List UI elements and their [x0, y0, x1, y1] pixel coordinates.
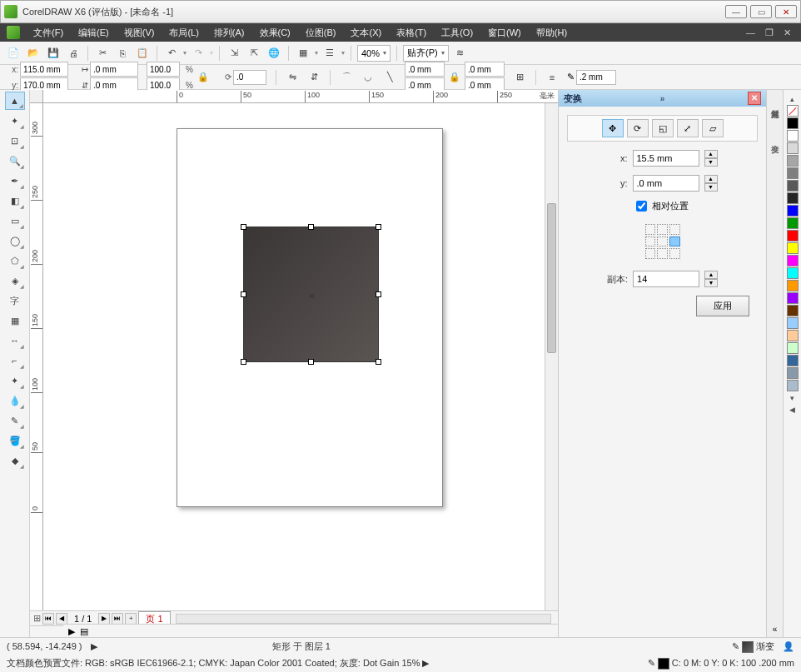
- color-swatch[interactable]: [787, 117, 799, 129]
- color-swatch[interactable]: [787, 242, 799, 254]
- resize-handle-bm[interactable]: [308, 359, 314, 365]
- mdi-restore-button[interactable]: ❐: [762, 27, 777, 38]
- basic-shapes-tool[interactable]: ◈◢: [5, 271, 25, 290]
- add-page-button[interactable]: +: [125, 613, 137, 625]
- side-tab-properties[interactable]: 对象属性: [768, 98, 783, 108]
- docker-close-button[interactable]: ✕: [748, 92, 761, 105]
- menu-edit[interactable]: 编辑(E): [72, 25, 116, 41]
- corner-lock-button[interactable]: 🔒: [446, 69, 463, 86]
- prev-page-button[interactable]: ◀: [56, 613, 67, 625]
- rectangle-tool[interactable]: ▭◢: [5, 212, 25, 230]
- polygon-tool[interactable]: ⬠◢: [5, 251, 25, 270]
- transform-y-input[interactable]: [633, 175, 699, 192]
- save-button[interactable]: 💾: [45, 45, 62, 62]
- color-swatch[interactable]: [787, 380, 799, 391]
- outline-tool[interactable]: ✎◢: [5, 411, 25, 430]
- corner-scallop-icon[interactable]: ◡: [360, 69, 376, 86]
- resize-handle-ml[interactable]: [241, 291, 246, 297]
- mdi-minimize-button[interactable]: —: [743, 27, 759, 38]
- next-page-button[interactable]: ▶: [98, 613, 110, 625]
- connector-tool[interactable]: ⌐◢: [5, 351, 25, 370]
- text-tool[interactable]: 字: [5, 291, 25, 310]
- color-swatch[interactable]: [787, 130, 799, 142]
- selected-rectangle[interactable]: ✕: [243, 226, 379, 362]
- table-tool[interactable]: ▦: [5, 311, 25, 330]
- dimension-tool[interactable]: ↔◢: [5, 331, 25, 350]
- color-swatch[interactable]: [787, 167, 799, 179]
- zoom-combo[interactable]: 40%▾: [357, 45, 391, 62]
- corner-tl-input[interactable]: [405, 62, 445, 77]
- rotation-input[interactable]: [233, 70, 266, 85]
- menu-tools[interactable]: 工具(O): [435, 25, 480, 41]
- print-button[interactable]: 🖨: [65, 45, 82, 62]
- fill-tool[interactable]: 🪣◢: [5, 431, 25, 450]
- apply-button[interactable]: 应用: [696, 296, 749, 316]
- color-swatch[interactable]: [787, 255, 799, 266]
- color-swatch[interactable]: [787, 317, 799, 329]
- vertical-ruler[interactable]: 300 250 200 150 100 50 0: [30, 103, 43, 610]
- first-page-button[interactable]: ⏮: [42, 613, 54, 625]
- menu-help[interactable]: 帮助(H): [530, 25, 574, 41]
- resize-handle-br[interactable]: [376, 359, 381, 365]
- paste-button[interactable]: 📋: [134, 45, 151, 62]
- relative-checkbox[interactable]: [636, 201, 647, 212]
- width-input[interactable]: [90, 62, 138, 77]
- lock-ratio-button[interactable]: 🔒: [195, 69, 211, 86]
- horizontal-ruler[interactable]: 0 50 100 150 200 250 毫米: [43, 90, 558, 103]
- minimize-button[interactable]: —: [725, 5, 747, 18]
- transform-scale-tab[interactable]: ◱: [652, 119, 674, 137]
- mirror-v-button[interactable]: ⇵: [306, 69, 322, 86]
- scale-x-input[interactable]: [147, 62, 180, 77]
- crop-tool[interactable]: ⊡◢: [5, 132, 25, 150]
- nav-arrow-icon[interactable]: ▶: [68, 626, 75, 637]
- user-icon[interactable]: 👤: [783, 641, 794, 652]
- palette-menu-icon[interactable]: ▤: [80, 626, 88, 637]
- mdi-close-button[interactable]: ✕: [780, 27, 794, 38]
- corner-chamfer-icon[interactable]: ╲: [381, 69, 398, 86]
- new-button[interactable]: 📄: [5, 45, 22, 62]
- smart-fill-tool[interactable]: ◧◢: [5, 192, 25, 210]
- side-tab-transform[interactable]: 变换: [768, 133, 783, 143]
- corner-round-icon[interactable]: ⌒: [338, 69, 355, 86]
- snap-combo[interactable]: 贴齐(P)▾: [403, 45, 449, 62]
- menu-file[interactable]: 文件(F): [27, 25, 70, 41]
- relative-corner-button[interactable]: ⊞: [511, 69, 528, 86]
- transform-rotate-tab[interactable]: ⟳: [627, 119, 649, 137]
- transform-size-tab[interactable]: ⤢: [677, 119, 699, 137]
- color-swatch[interactable]: [787, 305, 799, 316]
- import-button[interactable]: ⇲: [226, 45, 242, 62]
- interactive-tool[interactable]: ✦◢: [5, 371, 25, 390]
- transform-position-tab[interactable]: ✥: [602, 119, 624, 137]
- canvas-viewport[interactable]: ✕: [43, 103, 558, 610]
- color-swatch[interactable]: [787, 142, 799, 154]
- menu-view[interactable]: 视图(V): [117, 25, 162, 41]
- palette-flyout-button[interactable]: ◀: [789, 406, 795, 414]
- shape-tool[interactable]: ✦◢: [5, 112, 25, 130]
- menu-layout[interactable]: 布局(L): [162, 25, 205, 41]
- resize-handle-mr[interactable]: [376, 291, 381, 297]
- horizontal-scrollbar[interactable]: [176, 614, 551, 624]
- eyedropper-tool[interactable]: 💧◢: [5, 391, 25, 410]
- cut-button[interactable]: ✂: [94, 45, 111, 62]
- menu-table[interactable]: 表格(T): [390, 25, 433, 41]
- color-swatch[interactable]: [787, 217, 799, 229]
- vertical-scrollbar[interactable]: [545, 103, 558, 610]
- menu-effects[interactable]: 效果(C): [253, 25, 297, 41]
- color-swatch[interactable]: [787, 280, 799, 291]
- transform-x-input[interactable]: [633, 150, 699, 167]
- mirror-h-button[interactable]: ⇋: [284, 69, 301, 86]
- color-swatch[interactable]: [787, 180, 799, 192]
- undo-button[interactable]: ↶: [163, 45, 180, 62]
- x-spinner[interactable]: ▲▼: [704, 150, 718, 167]
- color-swatch[interactable]: [787, 205, 799, 217]
- wrap-text-button[interactable]: ≡: [544, 69, 560, 86]
- color-swatch[interactable]: [787, 342, 799, 354]
- docker-collapse-button[interactable]: »: [660, 94, 665, 103]
- close-button[interactable]: ✕: [775, 5, 797, 18]
- export-button[interactable]: ⇱: [246, 45, 262, 62]
- publish-button[interactable]: 🌐: [266, 45, 282, 62]
- menu-bitmap[interactable]: 位图(B): [299, 25, 343, 41]
- last-page-button[interactable]: ⏭: [112, 613, 123, 625]
- open-button[interactable]: 📂: [25, 45, 42, 62]
- palette-down-button[interactable]: ▾: [790, 394, 794, 402]
